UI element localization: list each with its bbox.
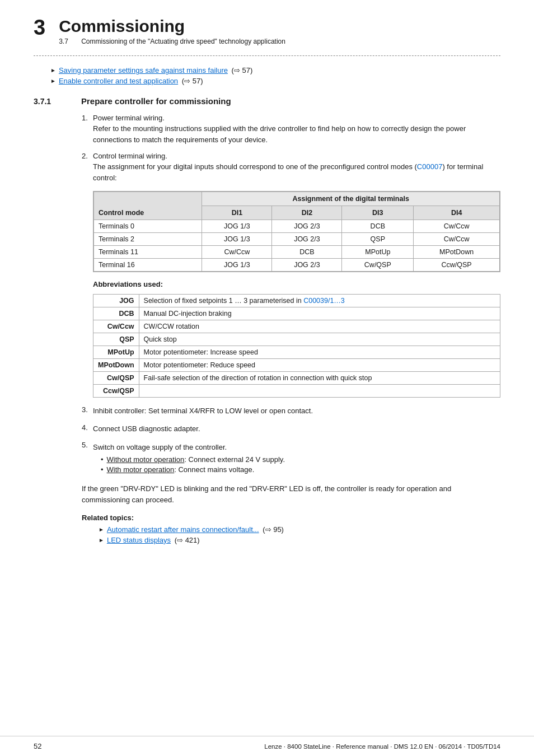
auto-restart-link[interactable]: Automatic restart after mains connection… (107, 525, 259, 534)
section-title: Prepare controller for commissioning (81, 96, 231, 106)
page-header: 3 Commissioning 3.7 Commissioning of the… (34, 17, 500, 45)
section-number: 3.7.1 (34, 97, 64, 106)
page-number: 52 (34, 742, 41, 750)
link-ref: (⇨ 57) (232, 66, 253, 74)
span-header: Assignment of the digital terminals (202, 192, 500, 206)
step-number: 5. (82, 441, 93, 449)
link-ref: (⇨ 57) (182, 77, 203, 85)
list-item: • With motor operation: Connect mains vo… (93, 465, 500, 474)
table-row: MPotUp Motor potentiometer: Increase spe… (93, 346, 500, 359)
led-status-link[interactable]: LED status displays (107, 536, 171, 544)
step-number: 3. (82, 405, 93, 414)
bullet-label: With motor operation (107, 465, 175, 474)
step-title: Power terminal wiring. (93, 114, 165, 122)
list-item: • Without motor operation: Connect exter… (93, 455, 500, 464)
table-row: MPotDown Motor potentiometer: Reduce spe… (93, 359, 500, 372)
list-item: 1. Power terminal wiring. Refer to the m… (82, 114, 500, 145)
link-ref: (⇨ 421) (175, 536, 200, 544)
bullet-icon: • (101, 465, 104, 474)
section-divider (34, 55, 500, 56)
step-number: 1. (82, 114, 93, 122)
step-desc: Inhibit controller: Set terminal X4/RFR … (93, 407, 313, 415)
saving-params-link[interactable]: Saving parameter settings safe against m… (59, 66, 228, 74)
section-heading: 3.7.1 Prepare controller for commissioni… (34, 96, 500, 106)
related-topics-heading: Related topics: (82, 514, 500, 522)
table-row: Terminals 2 JOG 1/3 JOG 2/3 QSP Cw/Ccw (94, 233, 500, 246)
step-desc: Switch on voltage supply of the controll… (93, 442, 500, 453)
steps-continued-list: 3. Inhibit controller: Set terminal X4/R… (82, 405, 500, 475)
intro-links: ► Saving parameter settings safe against… (50, 66, 500, 85)
table-row: JOG Selection of fixed setpoints 1 … 3 p… (93, 295, 500, 307)
chapter-number: 3 (34, 17, 45, 38)
table-row: Terminals 11 Cw/Ccw DCB MPotUp MPotDown (94, 246, 500, 259)
c00007-link[interactable]: C00007 (417, 162, 443, 171)
list-item: ► Automatic restart after mains connecti… (99, 525, 500, 534)
list-item: 4. Connect USB diagnostic adapter. (82, 423, 500, 435)
table-row: DCB Manual DC-injection braking (93, 307, 500, 320)
list-item: ► LED status displays (⇨ 421) (99, 536, 500, 544)
chapter-subtitle: 3.7 Commissioning of the "Actuating driv… (59, 38, 285, 45)
step-desc: The assignment for your digital inputs s… (93, 161, 500, 183)
related-links: ► Automatic restart after mains connecti… (99, 525, 500, 544)
table-row: QSP Quick stop (93, 333, 500, 346)
link-ref: (⇨ 95) (263, 525, 284, 534)
col-header-di1: DI1 (202, 206, 272, 220)
step-desc: Refer to the mounting instructions suppl… (93, 123, 500, 145)
c00039-link[interactable]: C00039/1…3 (303, 297, 345, 305)
steps-list: 1. Power terminal wiring. Refer to the m… (82, 114, 500, 183)
step-desc: Connect USB diagnostic adapter. (93, 424, 200, 433)
abbrev-heading: Abbreviations used: (93, 280, 500, 288)
table-row: Cw/QSP Fail-safe selection of the direct… (93, 372, 500, 385)
page-footer: 52 Lenze · 8400 StateLine · Reference ma… (0, 736, 534, 756)
table-row: Terminal 16 JOG 1/3 JOG 2/3 Cw/QSP Ccw/Q… (94, 259, 500, 272)
list-item: 5. Switch on voltage supply of the contr… (82, 441, 500, 475)
bullet-label: Without motor operation (107, 455, 185, 464)
section-content: 1. Power terminal wiring. Refer to the m… (82, 114, 500, 544)
col-header-di2: DI2 (272, 206, 342, 220)
table-row: Terminals 0 JOG 1/3 JOG 2/3 DCB Cw/Ccw (94, 220, 500, 233)
arrow-icon: ► (99, 526, 104, 533)
arrow-icon: ► (50, 67, 56, 73)
step-number: 4. (82, 423, 93, 432)
table-row: Ccw/QSP (93, 385, 500, 398)
list-item: 3. Inhibit controller: Set terminal X4/R… (82, 405, 500, 417)
list-item: ► Enable controller and test application… (50, 77, 500, 85)
enable-controller-link[interactable]: Enable controller and test application (59, 77, 178, 85)
step-title: Control terminal wiring. (93, 152, 167, 160)
table-row: Cw/Ccw CW/CCW rotation (93, 320, 500, 333)
doc-info: Lenze · 8400 StateLine · Reference manua… (264, 743, 500, 750)
arrow-icon: ► (99, 537, 104, 543)
bullet-icon: • (101, 455, 104, 464)
bullet-text: : Connect mains voltage. (174, 465, 254, 474)
arrow-icon: ► (50, 78, 56, 84)
info-paragraph: If the green "DRV-RDY" LED is blinking a… (82, 483, 500, 506)
chapter-title: Commissioning (59, 17, 285, 35)
col-header-di3: DI3 (342, 206, 414, 220)
bullet-list: • Without motor operation: Connect exter… (93, 455, 500, 474)
step-number: 2. (82, 152, 93, 160)
col-header-control-mode: Control mode (94, 192, 202, 220)
list-item: 2. Control terminal wiring. The assignme… (82, 152, 500, 183)
bullet-text: : Connect external 24 V supply. (184, 455, 285, 464)
abbrev-table: JOG Selection of fixed setpoints 1 … 3 p… (93, 294, 500, 398)
col-header-di4: DI4 (414, 206, 500, 220)
di-assignment-table: Control mode Assignment of the digital t… (93, 191, 500, 272)
list-item: ► Saving parameter settings safe against… (50, 66, 500, 74)
